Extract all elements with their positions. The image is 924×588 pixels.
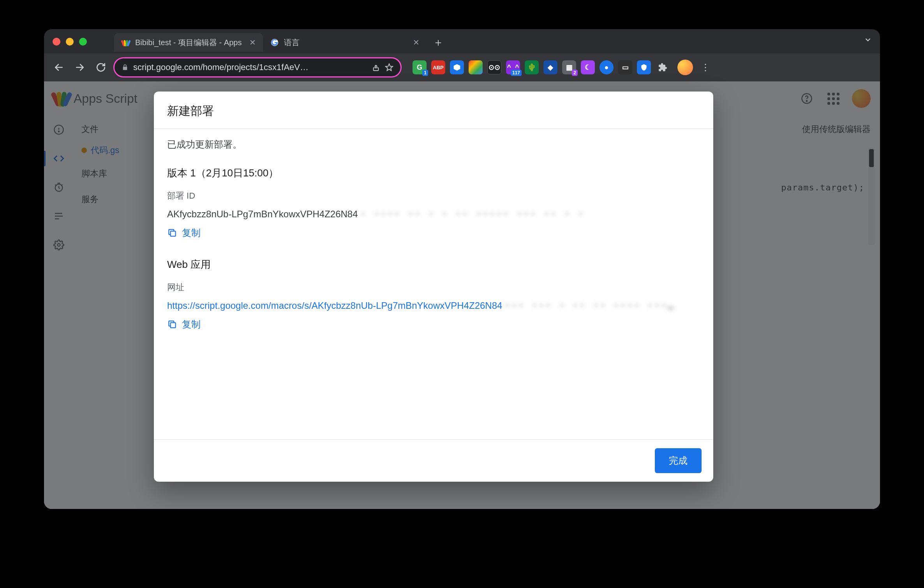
browser-menu-icon[interactable]: ⋮ xyxy=(698,62,713,73)
dialog-title: 新建部署 xyxy=(154,92,713,129)
back-button[interactable] xyxy=(50,59,67,76)
extension-icons: G1 ABP ⊙⊙ ^_^117 🌵 ◆ ▦2 ☾ ● ▭ ⋮ xyxy=(413,60,713,75)
tab-strip: Bibibi_test - 项目编辑器 - Apps ✕ 语言 ✕ ＋ xyxy=(114,32,849,53)
minimize-window-button[interactable] xyxy=(66,38,74,46)
extension-badge: 1 xyxy=(422,70,428,76)
web-app-heading: Web 应用 xyxy=(167,258,700,271)
dialog-body: 已成功更新部署。 版本 1（2月10日15:00） 部署 ID AKfycbzz… xyxy=(154,129,713,439)
url-label: 网址 xyxy=(167,282,700,293)
copy-deployment-id-button[interactable]: 复制 xyxy=(167,227,700,239)
extension-badge: 2 xyxy=(572,70,578,76)
profile-avatar[interactable] xyxy=(677,60,693,75)
web-app-url-value: https://script.google.com/macros/s/AKfyc… xyxy=(167,300,700,311)
address-bar[interactable]: script.google.com/home/projects/1csx1fAe… xyxy=(113,57,402,77)
svg-marker-4 xyxy=(386,64,393,70)
adblock-icon[interactable]: ABP xyxy=(431,60,445,74)
svg-rect-16 xyxy=(171,323,176,328)
extension-icon[interactable]: ● xyxy=(600,60,614,74)
copy-url-button[interactable]: 复制 xyxy=(167,318,700,331)
browser-window: Bibibi_test - 项目编辑器 - Apps ✕ 语言 ✕ ＋ xyxy=(44,29,880,509)
close-window-button[interactable] xyxy=(53,38,60,46)
bookmark-star-icon[interactable] xyxy=(385,63,393,72)
extension-icon[interactable]: ▭ xyxy=(618,60,632,74)
svg-rect-15 xyxy=(171,231,176,236)
extension-icon[interactable]: ◆ xyxy=(543,60,557,74)
web-app-url-link[interactable]: https://script.google.com/macros/s/AKfyc… xyxy=(167,300,502,311)
browser-toolbar: script.google.com/home/projects/1csx1fAe… xyxy=(44,53,880,81)
extension-icon[interactable] xyxy=(637,60,651,74)
close-tab-icon[interactable]: ✕ xyxy=(249,38,256,47)
success-message: 已成功更新部署。 xyxy=(167,138,700,151)
tab-title: Bibibi_test - 项目编辑器 - Apps xyxy=(135,37,242,48)
tab-overflow-icon[interactable] xyxy=(864,35,872,44)
forward-button[interactable] xyxy=(71,59,88,76)
url-text: script.google.com/home/projects/1csx1fAe… xyxy=(133,62,367,72)
lock-icon xyxy=(122,64,129,71)
window-controls xyxy=(53,38,87,46)
done-button[interactable]: 完成 xyxy=(655,448,702,473)
copy-label: 复制 xyxy=(182,318,201,331)
extension-icon[interactable]: ^_^117 xyxy=(506,60,520,74)
tab-apps-script[interactable]: Bibibi_test - 项目编辑器 - Apps ✕ xyxy=(114,33,263,52)
dialog-footer: 完成 xyxy=(154,439,713,482)
reload-button[interactable] xyxy=(92,59,109,76)
extension-icon[interactable]: 🌵 xyxy=(525,60,539,74)
extension-icon[interactable]: ☾ xyxy=(581,60,595,74)
new-tab-button[interactable]: ＋ xyxy=(430,35,446,50)
page-content: Apps Script xyxy=(44,81,880,509)
deployment-id-value: AKfycbzz8nUb-LPg7mBnYkowxVPH4Z26N84 · ··… xyxy=(167,209,700,220)
tab-title: 语言 xyxy=(284,37,300,48)
maximize-window-button[interactable] xyxy=(79,38,87,46)
extension-badge: 117 xyxy=(511,70,522,76)
google-favicon xyxy=(270,38,279,47)
copy-label: 复制 xyxy=(182,227,201,239)
apps-script-favicon xyxy=(121,38,130,47)
deployment-id-label: 部署 ID xyxy=(167,190,700,202)
version-heading: 版本 1（2月10日15:00） xyxy=(167,166,700,180)
extension-icon[interactable] xyxy=(469,60,483,74)
tab-google-language[interactable]: 语言 ✕ xyxy=(263,33,427,52)
extension-icon[interactable]: ⊙⊙ xyxy=(487,60,501,74)
extension-icon[interactable]: ▦2 xyxy=(562,60,576,74)
new-deployment-dialog: 新建部署 已成功更新部署。 版本 1（2月10日15:00） 部署 ID AKf… xyxy=(154,92,713,482)
share-icon[interactable] xyxy=(372,63,380,72)
close-tab-icon[interactable]: ✕ xyxy=(413,38,420,47)
extensions-menu-icon[interactable] xyxy=(656,60,670,74)
translate-icon[interactable] xyxy=(450,60,464,74)
extension-icon[interactable]: G1 xyxy=(413,60,427,74)
